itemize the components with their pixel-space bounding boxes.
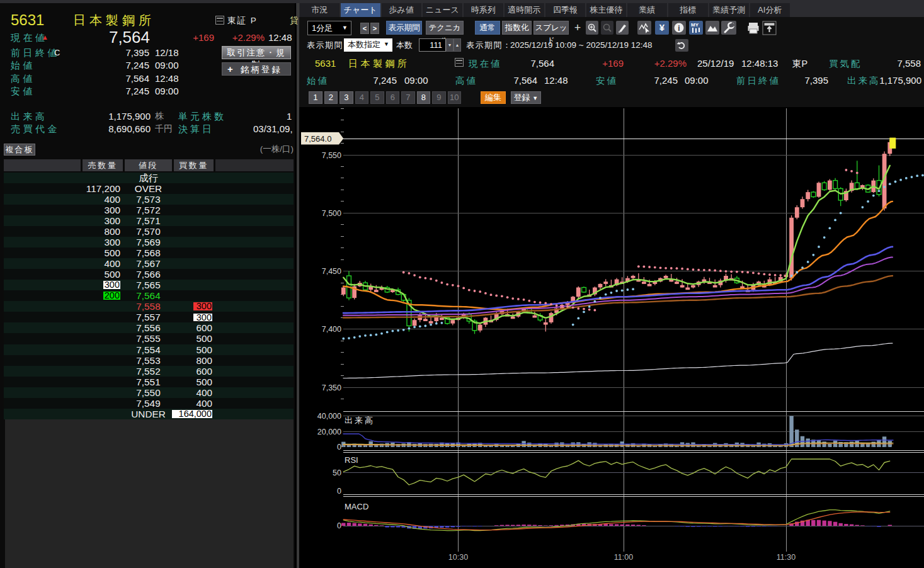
svg-text:i: i (678, 24, 680, 33)
svg-text:MY: MY (691, 22, 699, 28)
svg-text:¥: ¥ (659, 22, 665, 33)
svg-text:7,450: 7,450 (322, 267, 341, 276)
svg-text:RSI: RSI (345, 455, 358, 465)
svg-text:10:30: 10:30 (448, 553, 468, 562)
svg-text:7,550: 7,550 (322, 151, 341, 160)
svg-text:11:00: 11:00 (614, 553, 633, 562)
svg-text:7,500: 7,500 (322, 209, 341, 218)
svg-text:11:30: 11:30 (777, 553, 796, 562)
svg-text:50: 50 (333, 469, 341, 477)
svg-text:0: 0 (337, 521, 341, 530)
svg-text:0: 0 (337, 487, 341, 496)
svg-text:20,000: 20,000 (317, 428, 341, 436)
svg-text:7,564.0: 7,564.0 (304, 134, 331, 144)
svg-text:7,400: 7,400 (322, 325, 341, 334)
svg-text:40,000: 40,000 (317, 412, 341, 421)
svg-text:出来高: 出来高 (345, 416, 375, 425)
svg-text:MACD: MACD (345, 502, 368, 511)
svg-text:7,350: 7,350 (322, 383, 341, 392)
svg-text:0: 0 (337, 443, 341, 452)
